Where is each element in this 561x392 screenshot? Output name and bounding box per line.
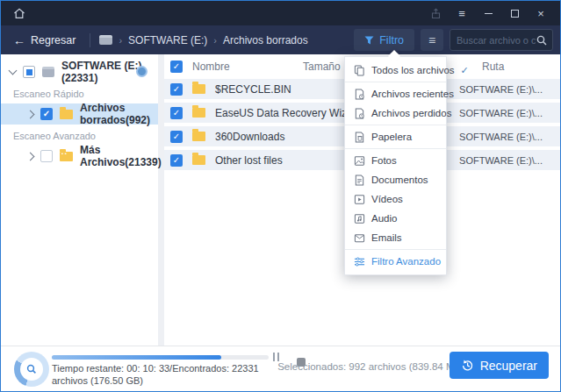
photo-icon [354, 155, 365, 167]
search-box[interactable] [450, 29, 553, 51]
menu-button[interactable]: ≡ [451, 4, 472, 22]
recover-button[interactable]: Recuperar [450, 352, 549, 379]
email-icon [354, 232, 365, 244]
pause-button[interactable] [273, 353, 279, 361]
sidebar-item-more-files[interactable]: Más Archivos(21339) [1, 146, 158, 167]
menu-item-label: Emails [371, 232, 402, 243]
menu-item-videos[interactable]: Vídeos [345, 189, 446, 209]
menu-divider [345, 249, 446, 250]
scanning-spinner [14, 352, 49, 387]
deleted-files-label: Archivos borrados(992) [80, 102, 158, 126]
menu-item-audio[interactable]: Audio [345, 209, 446, 228]
folder-icon [192, 132, 205, 141]
maximize-button[interactable] [504, 4, 525, 22]
sidebar-scrollbar[interactable] [158, 54, 164, 346]
menu-item-recycle-bin[interactable]: Papelera [345, 127, 446, 146]
row-checkbox[interactable]: ✓ [170, 131, 183, 143]
minimize-icon [485, 13, 493, 14]
close-icon: × [537, 7, 544, 20]
content-area: SOFTWARE (E:)(22331) Escaneo Rápido ✓ Ar… [1, 54, 560, 346]
row-checkbox[interactable]: ✓ [170, 83, 183, 96]
deleted-files-checkbox[interactable]: ✓ [40, 108, 53, 120]
menu-item-recent-files[interactable]: Archivos recientes [345, 84, 446, 103]
menu-item-label: Filtro Avanzado [371, 256, 441, 267]
scan-progress-bar [52, 355, 269, 360]
filter-dropdown: Todos los archivos ✓ Archivos recientes … [344, 56, 447, 275]
menu-item-all-files[interactable]: Todos los archivos ✓ [345, 61, 446, 80]
menu-item-photos[interactable]: Fotos [345, 151, 446, 170]
check-mark: ✓ [173, 156, 180, 165]
section-advanced-scan: Escaneo Avanzado [1, 125, 158, 146]
breadcrumb-drive[interactable]: SOFTWARE (E:) [128, 34, 207, 46]
column-header-path[interactable]: Ruta [482, 61, 504, 73]
export-button[interactable] [425, 4, 446, 22]
menu-item-label: Papelera [371, 132, 412, 142]
select-all-checkbox[interactable]: ✓ [170, 61, 183, 73]
menu-icon: ≡ [458, 7, 465, 20]
back-label: Regresar [31, 34, 76, 46]
folder-icon [192, 108, 205, 118]
maximize-icon [511, 10, 519, 18]
sidebar-item-deleted-files[interactable]: ✓ Archivos borrados(992) [1, 103, 158, 125]
close-button[interactable]: × [530, 4, 551, 22]
file-path: SOFTWARE (E:)\... [459, 108, 560, 118]
file-path: SOFTWARE (E:)\... [459, 84, 560, 95]
minimize-button[interactable] [478, 4, 499, 22]
more-files-checkbox[interactable] [40, 150, 53, 162]
filter-button[interactable]: Filtro [354, 29, 414, 51]
check-mark: ✓ [173, 132, 180, 141]
restore-icon [461, 359, 474, 372]
menu-item-label: Documentos [371, 175, 428, 185]
funnel-icon [364, 36, 374, 45]
chevron-right-icon[interactable] [26, 152, 35, 160]
folder-icon [192, 84, 205, 94]
file-path: SOFTWARE (E:)\... [459, 132, 560, 142]
toolbar: ← Regresar › SOFTWARE (E:) › Archivos bo… [1, 25, 560, 54]
sidebar-item-drive-root[interactable]: SOFTWARE (E:)(22331) [1, 61, 158, 82]
more-files-label: Más Archivos(21339) [80, 144, 162, 168]
column-header-size[interactable]: Tamaño [303, 61, 341, 73]
back-button[interactable]: ← Regresar [8, 34, 81, 46]
back-arrow-icon: ← [13, 34, 25, 46]
toolbar-divider [90, 33, 90, 47]
menu-item-label: Archivos perdidos [371, 108, 451, 118]
row-checkbox[interactable]: ✓ [170, 154, 183, 167]
status-bar: Tiempo restante: 00: 10: 33/Encontrados:… [1, 346, 560, 391]
column-header-name[interactable]: Nombre [192, 61, 230, 73]
file-lost-icon [354, 108, 365, 119]
search-scan-icon [25, 363, 38, 375]
menu-item-label: Archivos recientes [371, 89, 454, 99]
search-input[interactable] [457, 35, 536, 46]
menu-divider [345, 148, 446, 149]
breadcrumb-separator: › [213, 35, 217, 46]
check-mark: ✓ [173, 85, 180, 94]
menu-item-advanced-filter[interactable]: Filtro Avanzado [345, 252, 446, 271]
section-quick-scan: Escaneo Rápido [1, 82, 158, 103]
view-mode-button[interactable]: ≡ [421, 29, 443, 51]
breadcrumb-folder[interactable]: Archivos borrados [223, 34, 308, 46]
folder-more-icon [60, 152, 73, 161]
export-icon [430, 8, 442, 19]
row-checkbox[interactable]: ✓ [170, 107, 183, 119]
menu-item-emails[interactable]: Emails [345, 228, 446, 247]
selected-check-icon: ✓ [461, 65, 469, 76]
scan-progress-icon [136, 66, 147, 77]
selection-summary: Seleccionados: 992 archivos (839.84 MB) [277, 361, 464, 372]
check-mark: ✓ [173, 109, 180, 118]
scan-progress-fill [52, 355, 221, 360]
chevron-right-icon[interactable] [26, 110, 35, 118]
drive-icon [42, 67, 54, 77]
menu-item-documents[interactable]: Documentos [345, 170, 446, 189]
chevron-down-icon[interactable] [9, 67, 18, 75]
filter-label: Filtro [379, 34, 404, 46]
menu-item-lost-files[interactable]: Archivos perdidos [345, 103, 446, 123]
drive-icon [99, 35, 112, 45]
search-icon[interactable] [536, 34, 548, 46]
scan-status-text: Tiempo restante: 00: 10: 33/Encontrados:… [52, 362, 278, 387]
titlebar: ≡ × [1, 1, 560, 25]
breadcrumb: › SOFTWARE (E:) › Archivos borrados [99, 34, 307, 46]
drive-checkbox[interactable] [23, 66, 35, 78]
folder-icon [60, 110, 73, 119]
menu-item-label: Vídeos [371, 194, 403, 204]
home-button[interactable] [10, 4, 29, 22]
